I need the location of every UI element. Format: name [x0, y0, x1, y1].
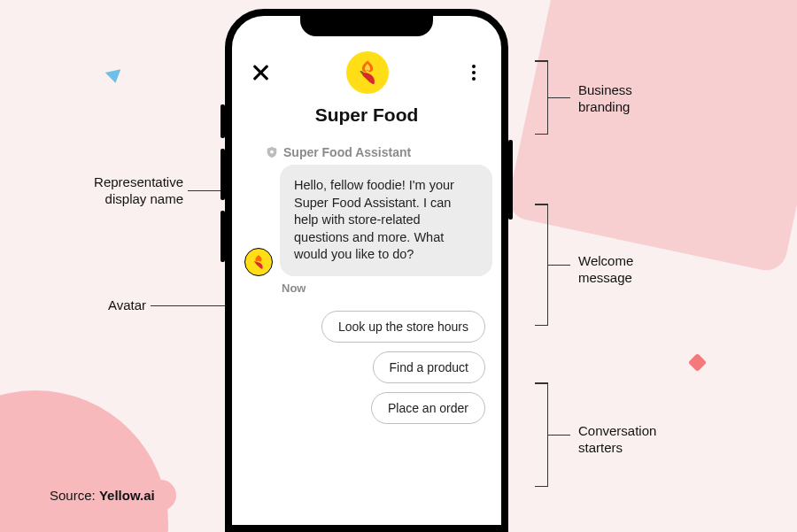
avatar — [244, 248, 273, 276]
annotation-business-branding: Business branding — [578, 82, 676, 116]
annotation-conversation-starters: Conversation starters — [578, 423, 693, 457]
source-pill: Source: Yellow.ai — [28, 480, 176, 511]
phone-frame: Super Food Super Food Assistant Hello, f… — [225, 9, 508, 532]
phone-side-button — [221, 104, 225, 138]
connector-welcome — [547, 265, 570, 266]
connector-branding — [547, 97, 570, 98]
source-name: Yellow.ai — [99, 488, 155, 503]
representative-name: Super Food Assistant — [283, 145, 411, 159]
phone-notch — [300, 15, 433, 36]
bracket-conversation-starters — [535, 382, 548, 487]
shield-icon — [266, 146, 278, 158]
chili-flame-icon — [352, 58, 383, 88]
phone-side-button — [221, 211, 225, 262]
bracket-business-branding — [535, 60, 548, 135]
brand-logo — [346, 51, 389, 94]
quick-reply-button[interactable]: Find a product — [373, 351, 486, 383]
close-icon[interactable] — [251, 64, 269, 81]
annotation-avatar: Avatar — [93, 297, 146, 314]
chili-flame-icon — [250, 253, 267, 271]
bg-shape-top-right — [505, 0, 797, 274]
bg-shape-bottom-left — [0, 390, 168, 532]
connector-starters — [547, 435, 570, 436]
chat-header — [232, 51, 501, 94]
phone-side-button — [221, 149, 225, 200]
annotation-representative-display-name: Representative display name — [55, 174, 183, 208]
svg-point-0 — [270, 150, 274, 154]
quick-replies: Look up the store hours Find a product P… — [232, 311, 501, 424]
representative-row: Super Food Assistant — [266, 145, 501, 159]
phone-power-button — [508, 140, 513, 220]
brand-title: Super Food — [232, 104, 501, 126]
source-prefix: Source: — [50, 488, 99, 503]
annotation-welcome-message: Welcome message — [578, 253, 676, 287]
welcome-message-bubble: Hello, fellow foodie! I'm your Super Foo… — [280, 165, 492, 276]
connector-avatar — [151, 305, 236, 306]
message-row: Hello, fellow foodie! I'm your Super Foo… — [244, 165, 501, 276]
kebab-menu-icon[interactable] — [466, 64, 482, 81]
quick-reply-button[interactable]: Look up the store hours — [321, 311, 485, 343]
message-timestamp: Now — [282, 281, 501, 295]
bg-diamond-icon — [688, 353, 707, 372]
bg-triangle-icon — [105, 69, 124, 84]
bracket-welcome-message — [535, 204, 548, 326]
quick-reply-button[interactable]: Place an order — [371, 392, 485, 424]
